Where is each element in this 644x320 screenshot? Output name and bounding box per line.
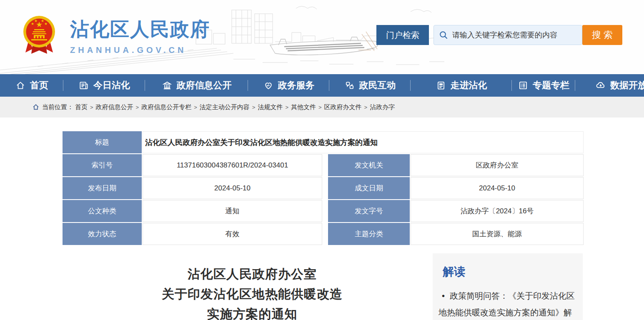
list-icon — [518, 80, 529, 91]
validity-status-value: 有效 — [143, 223, 322, 245]
issuing-agency-label: 发文机关 — [328, 154, 410, 176]
breadcrumb-item-home[interactable]: 首页 — [75, 103, 96, 111]
breadcrumb-item-info-disclosure[interactable]: 政府信息公开 — [96, 103, 142, 111]
breadcrumb-item-statutory-content[interactable]: 法定主动公开内容 — [200, 103, 258, 111]
validity-status-label: 效力状态 — [63, 223, 142, 245]
publish-date-value: 2024-05-10 — [143, 177, 322, 199]
table-row: 效力状态 有效 主题分类 国土资源、能源 — [63, 223, 584, 245]
breadcrumb: 当前位置： 首页 政府信息公开 政府信息公开专栏 法定主动公开内容 法规文件 其… — [0, 97, 644, 118]
national-emblem-icon: ★ ★ ★ ★ ★ — [23, 15, 55, 55]
breadcrumb-item-zhanzhengbanzi[interactable]: 沾政办字 — [370, 103, 395, 111]
written-date-value: 2024-05-10 — [411, 177, 584, 199]
main-navigation: 首页 今日沾化 政府信息公开 — [0, 74, 644, 97]
publish-date-label: 发布日期 — [63, 177, 142, 199]
breadcrumb-home-icon — [33, 104, 39, 110]
nav-label: 政府信息公开 — [177, 79, 232, 92]
table-row: 发布日期 2024-05-10 成文日期 2024-05-10 — [63, 177, 584, 199]
document-number-value: 沾政办字〔2024〕16号 — [411, 200, 584, 222]
site-name: 沾化区人民政府 — [70, 17, 210, 42]
document-title-line2: 关于印发沾化区地热能供暖改造 — [71, 284, 434, 304]
nav-item-about-zhanhua[interactable]: 走进沾化 — [411, 74, 512, 97]
government-building-icon — [162, 80, 173, 91]
title-label-cell: 标题 — [63, 131, 142, 153]
breadcrumb-item-other-documents[interactable]: 其他文件 — [291, 103, 324, 111]
breadcrumb-location-label: 当前位置： — [42, 103, 73, 111]
nav-item-special-topics[interactable]: 专题专栏 — [512, 74, 575, 97]
document-title: 沾化区人民政府办公室 关于印发沾化区地热能供暖改造 实施方案的通知 — [71, 264, 434, 320]
interpretation-link[interactable]: 政策简明问答：《关于印发沾化区地热能供暖改造实施方案的通知》解读 — [439, 288, 576, 320]
nav-label: 数据开放 — [610, 79, 644, 92]
breadcrumb-item-district-office-docs[interactable]: 区政府办文件 — [324, 103, 370, 111]
search-input[interactable] — [452, 31, 577, 40]
interpretation-sidebar: 解读 政策简明问答：《关于印发沾化区地热能供暖改造实施方案的通知》解读 — [433, 253, 583, 320]
government-webpage: ★ ★ ★ ★ ★ 沾化区人民政府 — [0, 0, 644, 320]
svg-text:★: ★ — [31, 22, 34, 26]
document-type-value: 通知 — [143, 200, 322, 222]
document-number-label: 发文字号 — [328, 200, 410, 222]
document-metadata-table: 标题 沾化区人民政府办公室关于印发沾化区地热能供暖改造实施方案的通知 索引号 1… — [63, 131, 584, 246]
index-number-value: 11371603004387601R/2024-03401 — [143, 154, 322, 176]
cloud-download-icon — [595, 80, 606, 91]
site-header: ★ ★ ★ ★ ★ 沾化区人民政府 — [0, 0, 644, 74]
document-title-line1: 沾化区人民政府办公室 — [71, 264, 434, 284]
topic-category-label: 主题分类 — [328, 223, 410, 245]
portal-search-button[interactable]: 门户检索 — [376, 25, 429, 45]
site-logo[interactable]: ★ ★ ★ ★ ★ 沾化区人民政府 — [0, 0, 217, 62]
nav-item-info-disclosure[interactable]: 政府信息公开 — [145, 74, 248, 97]
title-value-cell: 沾化区人民政府办公室关于印发沾化区地热能供暖改造实施方案的通知 — [143, 131, 584, 153]
document-title-line3: 实施方案的通知 — [71, 304, 434, 320]
document-type-label: 公文种类 — [63, 200, 142, 222]
issuing-agency-value: 区政府办公室 — [411, 154, 584, 176]
svg-text:★: ★ — [44, 22, 48, 26]
chat-bubbles-icon — [344, 80, 355, 91]
interpretation-heading: 解读 — [443, 264, 576, 279]
table-row: 公文种类 通知 发文字号 沾政办字〔2024〕16号 — [63, 200, 584, 222]
table-row: 索引号 11371603004387601R/2024-03401 发文机关 区… — [63, 154, 584, 176]
nav-item-public-interaction[interactable]: 政民互动 — [329, 74, 411, 97]
search-box — [434, 25, 582, 45]
nav-label: 专题专栏 — [533, 79, 569, 92]
search-button[interactable]: 搜 索 — [582, 25, 622, 45]
topic-category-value: 国土资源、能源 — [411, 223, 584, 245]
news-icon — [78, 80, 89, 91]
table-row-title: 标题 沾化区人民政府办公室关于印发沾化区地热能供暖改造实施方案的通知 — [63, 131, 584, 153]
nav-label: 政民互动 — [359, 79, 396, 92]
nav-label: 走进沾化 — [451, 79, 487, 92]
nav-item-today-zhanhua[interactable]: 今日沾化 — [63, 74, 145, 97]
index-number-label: 索引号 — [63, 154, 142, 176]
nav-label: 政务服务 — [278, 79, 315, 92]
nav-item-home[interactable]: 首页 — [0, 74, 63, 97]
site-domain: ZHANHUA.GOV.CN — [70, 45, 210, 55]
home-icon — [15, 80, 26, 91]
svg-text:★: ★ — [41, 19, 44, 23]
breadcrumb-item-disclosure-column[interactable]: 政府信息公开专栏 — [141, 103, 200, 111]
written-date-label: 成文日期 — [328, 177, 410, 199]
document-icon — [436, 80, 446, 91]
search-icon — [439, 30, 448, 40]
nav-item-open-data[interactable]: 数据开放 — [575, 74, 644, 97]
heart-handshake-icon — [263, 80, 274, 91]
nav-label: 今日沾化 — [93, 79, 130, 92]
nav-label: 首页 — [30, 79, 48, 92]
breadcrumb-item-regulations[interactable]: 法规文件 — [258, 103, 291, 111]
svg-text:★: ★ — [34, 19, 38, 23]
nav-item-gov-services[interactable]: 政务服务 — [248, 74, 329, 97]
